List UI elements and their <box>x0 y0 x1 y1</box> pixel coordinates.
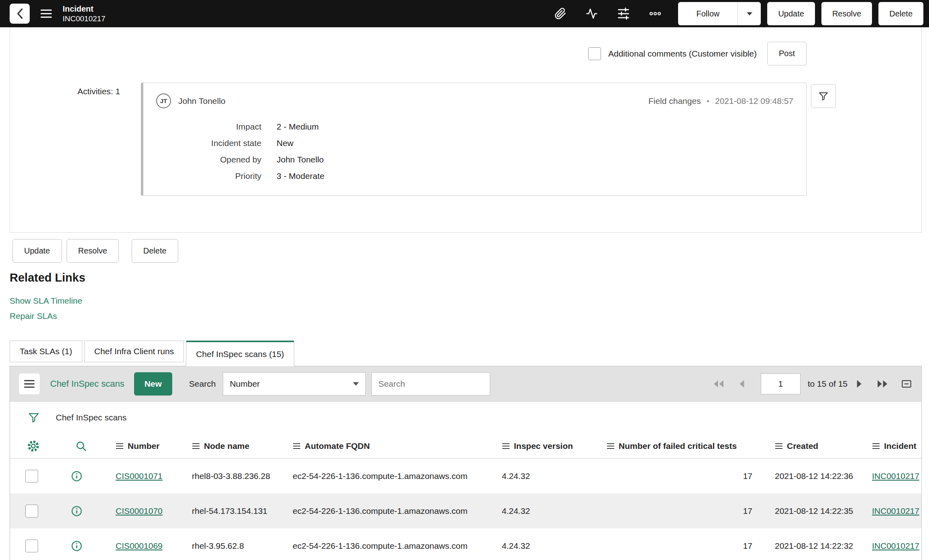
resolve-button[interactable]: Resolve <box>821 2 872 25</box>
record-preview-button[interactable] <box>56 540 106 552</box>
activity-field-label: Impact <box>156 122 261 132</box>
chevron-down-icon <box>747 12 752 16</box>
search-field-select[interactable]: Number <box>223 372 366 396</box>
update-button-footer[interactable]: Update <box>12 239 62 263</box>
created-cell: 2021-08-12 14:22:35 <box>765 506 862 516</box>
column-header-number[interactable]: Number <box>106 441 182 451</box>
column-menu-icon <box>607 443 615 449</box>
attachment-icon[interactable] <box>554 8 566 20</box>
incident-link[interactable]: INC0010217 <box>872 506 919 515</box>
info-icon <box>71 505 83 517</box>
pagination-prev-button[interactable] <box>738 379 745 388</box>
table-row: CIS0001071 rhel8-03-3.88.236.28 ec2-54-2… <box>10 459 921 493</box>
activity-meta: Field changes • 2021-08-12 09:48:57 <box>648 96 793 106</box>
breadcrumb[interactable]: Chef InSpec scans <box>56 413 126 422</box>
activity-field-changes: Impact 2 - Medium Incident state New Ope… <box>156 122 793 181</box>
pagination-first-button[interactable] <box>713 379 725 388</box>
back-button[interactable] <box>10 4 30 24</box>
activity-stream-icon[interactable] <box>585 8 599 20</box>
update-button[interactable]: Update <box>767 2 815 25</box>
repair-slas-link[interactable]: Repair SLAs <box>10 311 57 321</box>
column-header-created[interactable]: Created <box>765 441 862 451</box>
new-button[interactable]: New <box>134 372 172 396</box>
meta-separator: • <box>707 96 709 106</box>
activity-field-value: John Tonello <box>277 155 793 164</box>
resolve-button-footer[interactable]: Resolve <box>67 239 119 263</box>
gear-icon <box>27 440 40 452</box>
row-select-checkbox[interactable] <box>25 540 38 552</box>
search-input[interactable] <box>371 372 490 396</box>
column-menu-icon <box>502 443 510 449</box>
table-row: CIS0001069 rhel-3.95.62.8 ec2-54-226-1-1… <box>10 528 921 560</box>
inspec-version-cell: 4.24.32 <box>492 506 597 516</box>
list-header-bar: Chef InSpec scans New Search Number to 1… <box>10 366 921 402</box>
column-menu-icon <box>775 443 783 449</box>
column-menu-icon <box>293 443 301 449</box>
record-preview-button[interactable] <box>56 470 106 482</box>
list-column-headers: Number Node name Automate FQDN Inspec ve… <box>10 434 921 459</box>
created-cell: 2021-08-12 14:22:36 <box>765 471 862 481</box>
list-context-menu-button[interactable] <box>19 373 40 394</box>
search-icon <box>75 440 87 452</box>
record-number: INC0010217 <box>63 14 106 23</box>
scan-number-link[interactable]: CIS0001071 <box>116 471 163 481</box>
incident-link[interactable]: INC0010217 <box>872 541 919 550</box>
additional-comments-checkbox[interactable] <box>588 47 601 60</box>
show-sla-timeline-link[interactable]: Show SLA Timeline <box>10 296 82 306</box>
context-menu-icon[interactable] <box>40 8 52 19</box>
inspec-version-cell: 4.24.32 <box>492 471 597 481</box>
personalize-form-icon[interactable] <box>617 8 630 20</box>
failed-tests-cell: 17 <box>597 471 765 481</box>
activity-timestamp: 2021-08-12 09:48:57 <box>715 96 793 106</box>
incident-link[interactable]: INC0010217 <box>872 471 919 481</box>
post-button[interactable]: Post <box>767 42 807 65</box>
back-chevron-icon <box>16 8 24 19</box>
tab-task-slas[interactable]: Task SLAs (1) <box>10 341 82 362</box>
tab-chef-infra-client-runs[interactable]: Chef Infra Client runs <box>84 341 184 362</box>
table-row: CIS0001070 rhel-54.173.154.131 ec2-54-22… <box>10 493 921 528</box>
row-select-checkbox[interactable] <box>25 470 38 483</box>
node-name-cell: rhel8-03-3.88.236.28 <box>182 471 283 481</box>
page-input[interactable] <box>761 373 801 394</box>
follow-button[interactable]: Follow <box>678 2 737 25</box>
filter-funnel-icon[interactable] <box>28 412 40 424</box>
record-title-block: Incident INC0010217 <box>63 4 106 23</box>
column-header-incident[interactable]: Incident <box>862 441 922 451</box>
column-header-inspec-version[interactable]: Inspec version <box>492 441 597 451</box>
personalize-list-button[interactable] <box>10 440 56 452</box>
pagination-next-button[interactable] <box>856 379 863 388</box>
automate-fqdn-cell: ec2-54-226-1-136.compute-1.amazonaws.com <box>283 506 492 516</box>
author-name: John Tonello <box>178 96 226 106</box>
node-name-cell: rhel-3.95.62.8 <box>182 541 283 551</box>
column-menu-icon <box>192 443 200 449</box>
info-icon <box>71 470 83 482</box>
column-header-node-name[interactable]: Node name <box>182 441 283 451</box>
pagination-range: to 15 of 15 <box>808 379 848 389</box>
row-select-checkbox[interactable] <box>25 505 38 517</box>
list-title[interactable]: Chef InSpec scans <box>50 379 124 389</box>
chevron-down-icon <box>353 382 359 386</box>
scan-number-link[interactable]: CIS0001070 <box>116 506 163 515</box>
avatar: JT <box>156 93 171 108</box>
follow-caret-button[interactable] <box>737 2 761 25</box>
column-header-automate-fqdn[interactable]: Automate FQDN <box>283 441 492 451</box>
column-header-label: Inspec version <box>514 441 573 451</box>
activity-field-label: Priority <box>156 171 261 181</box>
scan-number-link[interactable]: CIS0001069 <box>116 541 163 550</box>
tab-chef-inspec-scans[interactable]: Chef InSpec scans (15) <box>186 341 294 366</box>
column-menu-icon <box>872 443 880 449</box>
delete-button-footer[interactable]: Delete <box>132 239 178 263</box>
automate-fqdn-cell: ec2-54-226-1-136.compute-1.amazonaws.com <box>283 541 492 551</box>
activity-filter-button[interactable] <box>811 84 836 108</box>
search-label: Search <box>189 379 216 389</box>
delete-button[interactable]: Delete <box>878 2 923 25</box>
more-options-icon[interactable] <box>648 8 662 20</box>
created-cell: 2021-08-12 14:22:32 <box>765 541 862 551</box>
node-name-cell: rhel-54.173.154.131 <box>182 506 283 516</box>
pagination-last-button[interactable] <box>876 379 888 388</box>
collapse-list-button[interactable] <box>900 378 913 390</box>
column-header-failed-critical-tests[interactable]: Number of failed critical tests <box>597 441 765 451</box>
record-preview-button[interactable] <box>56 505 106 517</box>
list-search-button[interactable] <box>56 440 106 452</box>
pagination: to 15 of 15 <box>713 373 913 394</box>
